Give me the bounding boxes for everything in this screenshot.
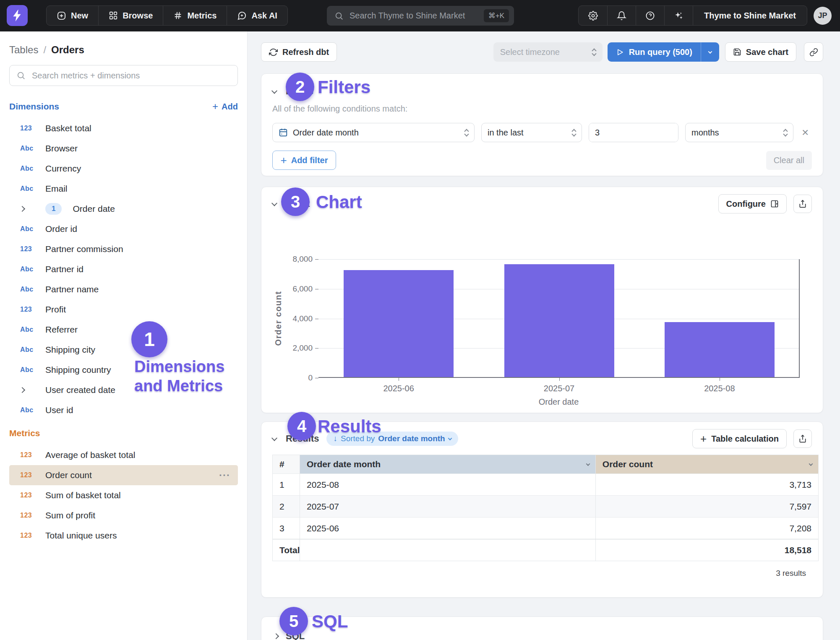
user-avatar[interactable]: JP <box>814 7 832 25</box>
filter-value-input-group <box>589 123 678 142</box>
chart-panel: Chart Configure Order count Order date 0… <box>261 187 823 413</box>
run-query-button[interactable]: Run query (500) <box>608 42 701 62</box>
column-header-order-date-month[interactable]: Order date month <box>300 455 595 473</box>
sidebar-item-total-unique-users[interactable]: 123Total unique users <box>9 526 238 546</box>
sidebar-item-average-of-basket-total[interactable]: 123Average of basket total <box>9 445 238 465</box>
filter-value-input[interactable] <box>589 123 678 142</box>
refresh-dbt-button[interactable]: Refresh dbt <box>261 42 337 62</box>
search-icon <box>334 11 344 21</box>
field-label: Partner name <box>45 284 99 294</box>
value-cell: 2025-07 <box>300 495 595 517</box>
export-chart-button[interactable] <box>793 195 812 213</box>
fields-search[interactable] <box>9 65 238 86</box>
timezone-select[interactable]: Select timezone <box>493 42 603 62</box>
global-search-input[interactable]: Search Thyme to Shine Market ⌘+K <box>327 6 514 26</box>
y-axis-tick-label: 6,000 <box>274 284 313 294</box>
chevron-down-icon[interactable] <box>809 462 813 466</box>
chevron-down-icon <box>448 436 452 440</box>
table-calculation-button[interactable]: + Table calculation <box>692 429 787 448</box>
sidebar-item-order-id[interactable]: AbcOrder id <box>9 219 238 239</box>
filter-field-select[interactable]: Order date month <box>272 123 475 142</box>
global-search-placeholder: Search Thyme to Shine Market <box>350 11 478 21</box>
numeric-field-icon: 123 <box>20 125 37 132</box>
active-fields-badge: 1 <box>45 203 62 215</box>
new-button[interactable]: New <box>47 6 98 25</box>
notifications-button[interactable] <box>607 6 636 25</box>
chat-star-icon <box>237 11 247 21</box>
y-axis-tick-label: 2,000 <box>274 343 313 353</box>
filter-operator-select[interactable]: in the last <box>481 123 582 142</box>
app-logo[interactable] <box>7 5 28 26</box>
share-icon <box>798 434 807 443</box>
filter-unit-select[interactable]: months <box>685 123 793 142</box>
sidebar-item-browser[interactable]: AbcBrowser <box>9 138 238 159</box>
sidebar-item-referrer[interactable]: AbcReferrer <box>9 320 238 340</box>
sidebar-item-profit[interactable]: 123Profit <box>9 299 238 320</box>
fields-search-input[interactable] <box>31 70 231 81</box>
sidebar-item-order-count[interactable]: 123Order count··· <box>9 465 238 485</box>
numeric-field-icon: 123 <box>20 451 37 459</box>
add-filter-button[interactable]: + Add filter <box>272 151 336 170</box>
clear-all-button[interactable]: Clear all <box>766 151 812 170</box>
configure-chart-button[interactable]: Configure <box>718 194 787 213</box>
new-label: New <box>71 11 88 21</box>
run-query-dropdown-button[interactable] <box>701 42 719 62</box>
sidebar-item-sum-of-profit[interactable]: 123Sum of profit <box>9 505 238 526</box>
export-results-button[interactable] <box>793 429 812 448</box>
metrics-title: Metrics <box>9 428 40 438</box>
chevron-right-icon[interactable] <box>20 388 37 392</box>
chevron-down-icon[interactable] <box>586 462 590 466</box>
ai-sparkles-button[interactable] <box>664 6 693 25</box>
save-chart-button[interactable]: Save chart <box>725 42 796 62</box>
add-dimension-button[interactable]: + Add <box>212 101 238 112</box>
chart-plot: Order count Order date 02,0004,0006,0008… <box>318 259 800 378</box>
results-table-header-row: #Order date monthOrder count <box>273 455 818 473</box>
field-label: Email <box>45 184 68 194</box>
string-field-icon: Abc <box>20 366 37 374</box>
sort-descending-icon: ↓ <box>333 434 337 443</box>
numeric-field-icon: 123 <box>20 492 37 499</box>
more-options-icon[interactable]: ··· <box>219 469 230 481</box>
browse-button[interactable]: Browse <box>98 6 163 25</box>
ask-ai-button[interactable]: Ask AI <box>227 6 287 25</box>
settings-button[interactable] <box>579 6 607 25</box>
org-switcher[interactable]: Thyme to Shine Market <box>693 6 807 25</box>
metrics-list: 123Average of basket total123Order count… <box>9 445 238 546</box>
row-index-cell: 2 <box>273 495 300 517</box>
plus-icon: + <box>700 432 707 445</box>
remove-filter-button[interactable]: × <box>802 127 809 138</box>
help-button[interactable] <box>636 6 664 25</box>
add-filter-label: Add filter <box>291 156 328 165</box>
expand-sql-chevron[interactable] <box>272 634 278 638</box>
sidebar-item-partner-id[interactable]: AbcPartner id <box>9 259 238 279</box>
column-header-order-count[interactable]: Order count <box>595 455 818 473</box>
share-link-button[interactable] <box>804 42 823 62</box>
select-chevrons-icon <box>465 130 468 136</box>
breadcrumb-tables-link[interactable]: Tables <box>9 44 38 56</box>
sidebar-item-order-date[interactable]: 1Order date <box>9 199 238 219</box>
collapse-chart-chevron[interactable] <box>272 202 278 206</box>
collapse-filters-chevron[interactable] <box>272 89 278 94</box>
play-icon <box>616 48 624 56</box>
chevron-right-icon[interactable] <box>20 207 37 211</box>
field-label: Referrer <box>45 325 78 335</box>
sidebar-item-user-created-date[interactable]: User created date <box>9 380 238 400</box>
sidebar-item-basket-total[interactable]: 123Basket total <box>9 118 238 138</box>
sidebar-item-shipping-city[interactable]: AbcShipping city <box>9 340 238 360</box>
sidebar-item-email[interactable]: AbcEmail <box>9 179 238 199</box>
sidebar-item-sum-of-basket-total[interactable]: 123Sum of basket total <box>9 485 238 505</box>
sidebar-item-user-id[interactable]: AbcUser id <box>9 400 238 420</box>
sidebar-item-shipping-country[interactable]: AbcShipping country <box>9 360 238 380</box>
string-field-icon: Abc <box>20 326 37 333</box>
y-axis-tick-label: 8,000 <box>274 255 313 264</box>
sidebar-item-partner-commission[interactable]: 123Partner commission <box>9 239 238 259</box>
field-label: Total unique users <box>45 531 117 541</box>
sidebar-item-currency[interactable]: AbcCurrency <box>9 159 238 179</box>
plus-circle-icon <box>57 11 66 21</box>
x-axis-tick-label: 2025-06 <box>365 384 432 393</box>
sorted-by-pill[interactable]: ↓ Sorted by Order date month <box>326 432 458 446</box>
sidebar-item-partner-name[interactable]: AbcPartner name <box>9 279 238 299</box>
collapse-results-chevron[interactable] <box>272 437 278 441</box>
metrics-button[interactable]: Metrics <box>163 6 227 25</box>
column-header-label: Order count <box>603 459 653 469</box>
